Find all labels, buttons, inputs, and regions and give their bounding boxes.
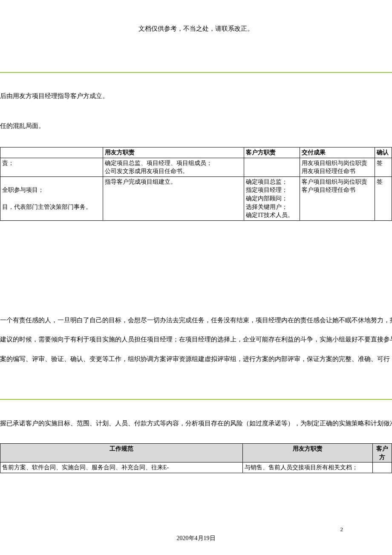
cell: 全职参与项目； 目，代表部门主管决策部门事务。 — [0, 176, 103, 220]
th-yonyou-2: 用友方职责 — [243, 443, 373, 462]
cell: 与销售、售前人员交接项目所有相关文档； — [243, 462, 373, 473]
table-header-row: 工作规范 用友方职责 客户方 — [0, 443, 392, 462]
th-spec: 工作规范 — [0, 443, 243, 462]
divider-mid — [0, 399, 392, 400]
th-client: 客户方职责 — [244, 147, 300, 158]
cell: 签 — [375, 176, 392, 220]
intro-line-2: 任的混乱局面。 — [0, 121, 392, 131]
th-deliverable: 交付成果 — [300, 147, 375, 158]
cell: 确定项目总监、项目经理、项目组成员； 公司发文形成用友项目任命书。 — [103, 158, 244, 176]
cell: 指导客户完成项目组建立。 — [103, 176, 244, 220]
body-para-1: 一个有责任感的人，一旦明白了自己的目标，会想尽一切办法去完成任务，任务没有结束，… — [0, 315, 392, 327]
responsibility-table-2: 工作规范 用友方职责 客户方 售前方案、软件合同、实施合同、服务合同、补充合同、… — [0, 443, 392, 473]
table-row: 责； 确定项目总监、项目经理、项目组成员； 公司发文形成用友项目任命书。 用友项… — [0, 158, 392, 176]
responsibility-table-1: 用友方职责 客户方职责 交付成果 确认 责； 确定项目总监、项目经理、项目组成员… — [0, 147, 392, 221]
cell — [373, 462, 392, 473]
th-client-2: 客户方 — [373, 443, 392, 462]
cell: 责； — [0, 158, 103, 176]
body-para-2: 建议的时候，需要倾向于有利于项目实施的人员担任项目经理；在项目经理的选择上，企业… — [0, 334, 392, 346]
th-yonyou: 用友方职责 — [103, 147, 244, 158]
cell: 用友项目组织与岗位职责 用友项目经理任命书 — [300, 158, 375, 176]
th-confirm: 确认 — [375, 147, 392, 158]
footer-date: 2020年4月19日 — [0, 535, 392, 542]
cell: 客户项目组织与岗位职责 客户项目经理任命书 — [300, 176, 375, 220]
table-row: 全职参与项目； 目，代表部门主管决策部门事务。 指导客户完成项目组建立。 确定项… — [0, 176, 392, 220]
cell — [244, 158, 300, 176]
cell: 签 — [375, 158, 392, 176]
table-row: 售前方案、软件合同、实施合同、服务合同、补充合同、往来E- 与销售、售前人员交接… — [0, 462, 392, 473]
body-para-3: 案的编写、评审、验证、确认、变更等工作，组织协调方案评审资源组建虚拟评审组，进行… — [0, 353, 392, 365]
page-number: 2 — [340, 526, 343, 533]
cell: 售前方案、软件合同、实施合同、服务合同、补充合同、往来E- — [0, 462, 243, 473]
table-header-row: 用友方职责 客户方职责 交付成果 确认 — [0, 147, 392, 158]
intro-line-1: 后由用友方项目经理指导客户方成立。 — [0, 91, 392, 101]
cell: 确定项目总监； 指定项目经理； 确定内部顾问； 选择关键用户； 确定IT技术人员… — [244, 176, 300, 220]
header-notice: 文档仅供参考，不当之处，请联系改正。 — [0, 0, 392, 33]
divider-top — [0, 72, 392, 73]
th-blank — [0, 147, 103, 158]
after-mid-para-1: 握已承诺客户的实施目标、范围、计划、人员、付款方式等内容，分析项目存在的风险（如… — [0, 418, 392, 430]
